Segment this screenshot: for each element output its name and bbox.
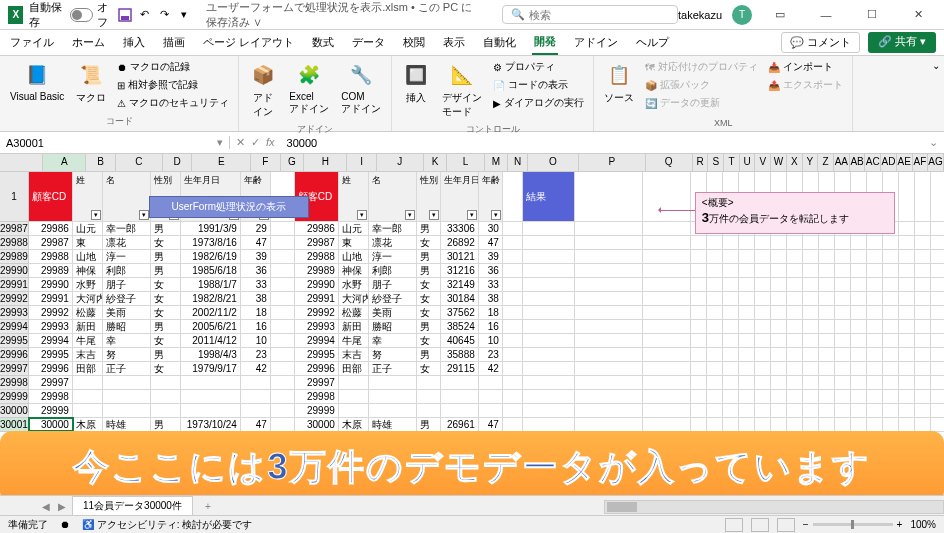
cell[interactable] (643, 418, 691, 431)
cell[interactable] (691, 320, 707, 333)
cell[interactable]: 2005/6/21 (181, 320, 241, 333)
cell[interactable] (819, 362, 835, 375)
cell[interactable] (851, 236, 867, 249)
cell[interactable] (241, 376, 271, 389)
macros-button[interactable]: 📜マクロ (72, 59, 110, 113)
cell[interactable] (503, 292, 523, 305)
cell[interactable] (915, 376, 931, 389)
cell[interactable]: 女 (417, 236, 441, 249)
cell[interactable] (575, 222, 643, 235)
cell[interactable]: 10 (479, 334, 503, 347)
cell[interactable] (503, 320, 523, 333)
cell[interactable] (803, 348, 819, 361)
cell[interactable]: 35888 (441, 348, 479, 361)
cell[interactable] (819, 250, 835, 263)
cell[interactable]: 29994 (29, 334, 73, 347)
redo-icon[interactable]: ↷ (158, 7, 172, 23)
cell[interactable]: 23 (479, 348, 503, 361)
view-code-button[interactable]: 📄 コードの表示 (490, 77, 587, 93)
cell[interactable]: 10 (241, 334, 271, 347)
menu-tab-データ[interactable]: データ (350, 31, 387, 54)
cell[interactable]: 松藤 (73, 306, 103, 319)
cell[interactable]: 勝昭 (369, 320, 417, 333)
xml-source-button[interactable]: 📋ソース (600, 59, 638, 116)
cell[interactable] (575, 348, 643, 361)
cell[interactable] (503, 362, 523, 375)
cell[interactable] (103, 376, 151, 389)
cell[interactable] (575, 292, 643, 305)
cell[interactable] (851, 404, 867, 417)
cell[interactable]: 女 (417, 278, 441, 291)
page-break-icon[interactable] (777, 518, 795, 532)
cell[interactable] (867, 418, 883, 431)
userform-button[interactable]: UserForm処理状況の表示 (149, 196, 309, 218)
cell[interactable] (851, 278, 867, 291)
cell[interactable] (883, 348, 899, 361)
cell[interactable] (835, 362, 851, 375)
menu-tab-挿入[interactable]: 挿入 (121, 31, 147, 54)
cell[interactable]: 29994 (295, 334, 339, 347)
cell[interactable] (151, 390, 181, 403)
zoom-slider[interactable]: − + (803, 519, 903, 530)
cell[interactable] (271, 348, 295, 361)
col-header-H[interactable]: H (304, 154, 347, 171)
cell[interactable] (787, 236, 803, 249)
cell[interactable]: 29988 (29, 250, 73, 263)
cell[interactable] (819, 348, 835, 361)
cell[interactable] (931, 236, 944, 249)
cell[interactable] (867, 390, 883, 403)
header-cell-AG[interactable] (931, 172, 944, 221)
cell[interactable] (575, 376, 643, 389)
col-header-E[interactable]: E (192, 154, 251, 171)
cell[interactable] (803, 362, 819, 375)
cell[interactable] (575, 320, 643, 333)
row-header-29996[interactable]: 29996 (0, 348, 29, 362)
cell[interactable] (803, 250, 819, 263)
cell[interactable] (819, 278, 835, 291)
cell[interactable] (803, 236, 819, 249)
header-cell-A[interactable]: 顧客CD (29, 172, 73, 221)
cell[interactable]: 33 (479, 278, 503, 291)
cell[interactable] (755, 320, 771, 333)
cell[interactable] (707, 236, 723, 249)
cell[interactable]: 29997 (29, 376, 73, 389)
cell[interactable]: 女 (151, 334, 181, 347)
cell[interactable] (691, 418, 707, 431)
formula-input[interactable]: 30000 (281, 137, 923, 149)
cell[interactable]: 男 (151, 418, 181, 431)
cell[interactable] (851, 306, 867, 319)
relative-ref-button[interactable]: ⊞ 相対参照で記録 (114, 77, 232, 93)
cell[interactable] (819, 376, 835, 389)
cell[interactable]: 26892 (441, 236, 479, 249)
cell[interactable] (723, 236, 739, 249)
cell[interactable] (691, 236, 707, 249)
cell[interactable]: 23 (241, 348, 271, 361)
cell[interactable]: 42 (479, 362, 503, 375)
cell[interactable] (723, 404, 739, 417)
menu-tab-アドイン[interactable]: アドイン (572, 31, 620, 54)
row-header-29993[interactable]: 29993 (0, 306, 29, 320)
cell[interactable] (899, 418, 915, 431)
expansion-pack-button[interactable]: 📦 拡張パック (642, 77, 761, 93)
cell[interactable] (915, 306, 931, 319)
cell[interactable]: 29991 (295, 292, 339, 305)
cell[interactable] (835, 390, 851, 403)
cell[interactable]: 女 (151, 278, 181, 291)
cell[interactable] (723, 278, 739, 291)
header-cell-K[interactable]: 性別▾ (417, 172, 441, 221)
cell[interactable] (803, 306, 819, 319)
header-cell-P[interactable] (575, 172, 643, 221)
cell[interactable] (73, 390, 103, 403)
filename[interactable]: ユーザーフォームで処理状況を表示.xlsm • この PC に保存済み ∨ (206, 0, 482, 30)
cell[interactable] (691, 348, 707, 361)
sheet-nav-next-icon[interactable]: ▶ (58, 501, 66, 512)
cell[interactable]: 1985/6/18 (181, 264, 241, 277)
cell[interactable] (803, 376, 819, 389)
col-header-N[interactable]: N (508, 154, 528, 171)
cell[interactable]: 勝昭 (103, 320, 151, 333)
cell[interactable] (339, 390, 369, 403)
filter-icon[interactable]: ▾ (91, 210, 101, 220)
cell[interactable] (819, 320, 835, 333)
cell[interactable] (915, 404, 931, 417)
cell[interactable] (771, 348, 787, 361)
